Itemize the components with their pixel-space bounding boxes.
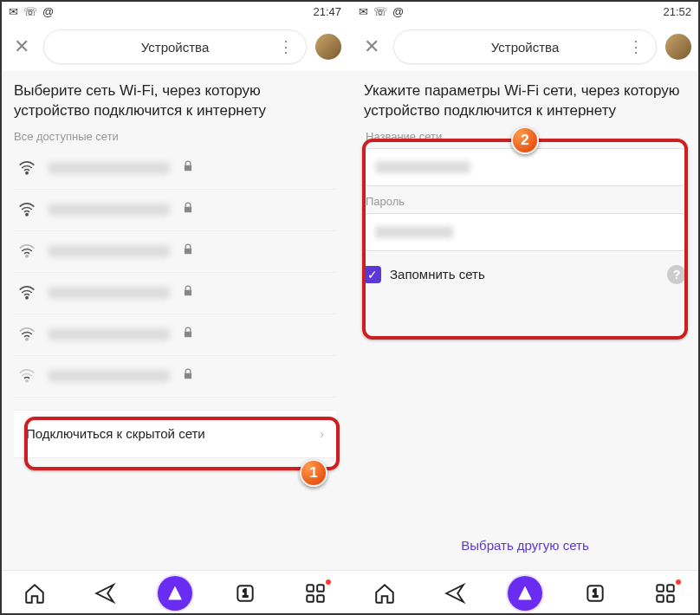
mail-icon: ✉ (359, 5, 368, 18)
svg-rect-9 (317, 585, 324, 592)
choose-other-network-link[interactable]: Выбрать другую сеть (350, 538, 700, 553)
at-icon: @ (42, 5, 54, 18)
lock-icon (182, 202, 194, 217)
status-bar: ✉ ☏ @ 21:47 (0, 0, 350, 23)
annotation-badge-2: 2 (511, 126, 539, 154)
wifi-name-blurred (49, 204, 170, 216)
password-input[interactable] (364, 213, 686, 251)
content-area: Выберите сеть Wi-Fi, через которую устро… (0, 71, 350, 615)
status-bar: ✉ ☏ @ 21:52 (350, 0, 700, 23)
svg-rect-8 (307, 585, 314, 592)
password-value-blurred (375, 226, 453, 238)
nav-apps[interactable] (648, 576, 683, 611)
status-time: 21:52 (663, 5, 691, 18)
svg-point-0 (26, 172, 28, 174)
alice-icon (508, 576, 542, 611)
svg-rect-15 (667, 585, 674, 592)
avatar[interactable] (665, 34, 691, 60)
page-heading: Укажите параметры Wi-Fi сети, через кото… (364, 81, 686, 121)
bottom-nav: 1 (350, 570, 700, 615)
whatsapp-icon: ☏ (373, 5, 387, 18)
nav-send[interactable] (88, 576, 122, 611)
screen-right: ✉ ☏ @ 21:52 ✕ Устройства ⋮ Укажите парам… (350, 0, 700, 615)
wifi-name-blurred (49, 162, 170, 174)
wifi-icon (17, 243, 36, 260)
wifi-name-blurred (49, 370, 170, 382)
wifi-row[interactable] (14, 231, 336, 273)
svg-text:1: 1 (242, 587, 248, 599)
notification-dot-icon (326, 579, 331, 585)
status-time: 21:47 (313, 5, 341, 18)
mail-icon: ✉ (9, 5, 18, 18)
status-icons-left: ✉ ☏ @ (9, 5, 54, 18)
wifi-icon (17, 284, 36, 301)
nav-apps[interactable] (298, 576, 333, 611)
nav-send[interactable] (438, 576, 472, 611)
remember-checkbox[interactable]: ✓ (364, 266, 381, 283)
svg-text:1: 1 (592, 587, 598, 599)
nav-home[interactable] (17, 576, 52, 611)
screen-left: ✉ ☏ @ 21:47 ✕ Устройства ⋮ Выберите сеть… (0, 0, 350, 615)
nav-tabs[interactable]: 1 (578, 576, 612, 611)
annotation-badge-1: 1 (300, 459, 327, 487)
app-header: ✕ Устройства ⋮ (350, 23, 700, 71)
svg-rect-11 (317, 595, 324, 602)
section-subheading: Все доступные сети (14, 130, 336, 143)
close-button[interactable]: ✕ (359, 34, 385, 60)
svg-point-5 (26, 380, 28, 382)
svg-rect-16 (657, 595, 664, 602)
password-label: Пароль (366, 195, 686, 208)
avatar[interactable] (315, 34, 341, 60)
at-icon: @ (392, 5, 404, 18)
page-heading: Выберите сеть Wi-Fi, через которую устро… (14, 81, 336, 121)
header-pill[interactable]: Устройства ⋮ (393, 29, 657, 64)
wifi-name-blurred (49, 328, 170, 340)
lock-icon (182, 243, 194, 259)
help-icon[interactable]: ? (667, 265, 686, 284)
alice-icon (158, 576, 192, 611)
svg-point-2 (26, 256, 28, 257)
svg-point-3 (26, 297, 28, 299)
hidden-network-label: Подключиться к скрытой сети (26, 426, 205, 441)
lock-icon (182, 285, 194, 301)
lock-icon (182, 160, 194, 176)
nav-alice[interactable] (508, 576, 542, 611)
whatsapp-icon: ☏ (23, 5, 37, 18)
bottom-nav: 1 (0, 570, 350, 615)
notification-dot-icon (676, 579, 681, 585)
wifi-row[interactable] (14, 314, 336, 356)
kebab-icon[interactable]: ⋮ (628, 39, 644, 55)
nav-home[interactable] (367, 576, 402, 611)
svg-rect-10 (307, 595, 314, 602)
wifi-icon (17, 159, 36, 177)
chevron-right-icon: › (320, 426, 324, 441)
header-title: Устройства (491, 40, 559, 55)
lock-icon (182, 368, 194, 384)
status-icons-left: ✉ ☏ @ (359, 5, 404, 18)
wifi-row[interactable] (14, 273, 336, 314)
close-button[interactable]: ✕ (9, 34, 35, 60)
wifi-name-blurred (49, 245, 170, 257)
wifi-name-blurred (49, 287, 170, 299)
app-header: ✕ Устройства ⋮ (0, 23, 350, 71)
remember-label: Запомнить сеть (390, 267, 485, 282)
header-pill[interactable]: Устройства ⋮ (43, 29, 307, 64)
kebab-icon[interactable]: ⋮ (278, 39, 294, 55)
wifi-row[interactable] (14, 356, 336, 398)
svg-point-1 (26, 214, 28, 216)
nav-alice[interactable] (158, 576, 192, 611)
svg-rect-14 (657, 585, 664, 592)
wifi-list (14, 148, 336, 398)
svg-point-4 (26, 339, 28, 340)
wifi-row[interactable] (14, 190, 336, 231)
nav-tabs[interactable]: 1 (228, 576, 262, 611)
hidden-network-button[interactable]: Подключиться к скрытой сети › (14, 410, 336, 458)
header-title: Устройства (141, 40, 209, 55)
ssid-value-blurred (375, 161, 470, 173)
svg-rect-17 (667, 595, 674, 602)
wifi-icon (17, 201, 36, 218)
remember-row: ✓ Запомнить сеть ? (364, 265, 686, 284)
wifi-row[interactable] (14, 148, 336, 190)
lock-icon (182, 327, 194, 342)
wifi-icon (17, 367, 36, 385)
